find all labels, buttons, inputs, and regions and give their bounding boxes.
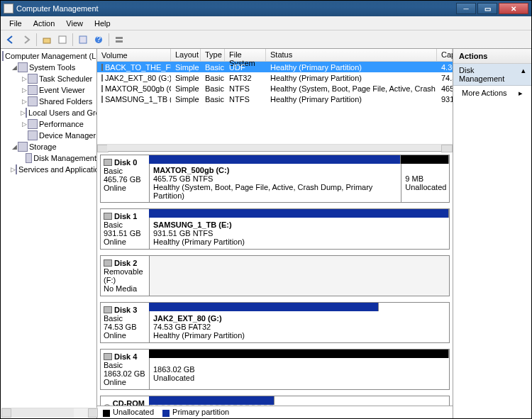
forward-button[interactable] bbox=[19, 33, 33, 47]
back-button[interactable] bbox=[4, 33, 18, 47]
volume-row[interactable]: MAXTOR_500gb (C:)SimpleBasicNTFSHealthy … bbox=[97, 83, 453, 94]
col-status[interactable]: Status bbox=[266, 49, 437, 61]
actions-group-diskmgmt[interactable]: Disk Management▴ bbox=[453, 64, 531, 86]
tree-performance[interactable]: ▷Performance bbox=[1, 118, 96, 130]
menu-file[interactable]: File bbox=[4, 18, 28, 29]
partition[interactable]: JAK2_EXT_80 (G:)74.53 GB FAT32Healthy (P… bbox=[149, 311, 379, 342]
tree-root[interactable]: Computer Management (Local bbox=[1, 50, 96, 62]
menu-action[interactable]: Action bbox=[28, 18, 61, 29]
svg-text:?: ? bbox=[96, 35, 101, 43]
properties-button[interactable] bbox=[55, 33, 70, 47]
col-capacity[interactable]: Cap bbox=[437, 49, 453, 61]
volume-hscroll[interactable] bbox=[97, 144, 453, 151]
toolbar: ? bbox=[1, 30, 531, 49]
disk-info: Disk 4 Basic 1863.02 GB Online bbox=[101, 350, 149, 389]
tree-device-manager[interactable]: Device Manager bbox=[1, 130, 96, 141]
disk-row[interactable]: Disk 3 Basic 74.53 GB Online JAK2_EXT_80… bbox=[100, 302, 450, 343]
partition[interactable]: MAXTOR_500gb (C:)465.75 GB NTFSHealthy (… bbox=[149, 164, 401, 202]
maximize-button[interactable]: ▭ bbox=[477, 3, 497, 14]
main-panel: Volume Layout Type File System Status Ca… bbox=[97, 49, 453, 418]
tree-disk-management[interactable]: Disk Management bbox=[1, 152, 96, 164]
volume-row[interactable]: SAMSUNG_1_TB (E:)SimpleBasicNTFSHealthy … bbox=[97, 94, 453, 104]
col-volume[interactable]: Volume bbox=[97, 49, 171, 61]
volume-row[interactable]: BACK_TO_THE_FUT (D:)SimpleBasicUDFHealth… bbox=[97, 62, 453, 72]
disk-info: CD-ROM 0 DVD 4.36 GB Online bbox=[101, 396, 149, 406]
disk-info: Disk 0 Basic 465.76 GB Online bbox=[101, 155, 149, 202]
minimize-button[interactable]: ─ bbox=[456, 3, 476, 14]
disk-info: Disk 1 Basic 931.51 GB Online bbox=[101, 209, 149, 249]
svg-rect-2 bbox=[79, 36, 87, 43]
tree-system-tools[interactable]: ◢System Tools bbox=[1, 62, 96, 73]
app-icon bbox=[4, 4, 13, 13]
actions-pane: Actions Disk Management▴ More Actions▸ bbox=[453, 49, 531, 418]
disk-graphical-view[interactable]: Disk 0 Basic 465.76 GB Online MAXTOR_500… bbox=[97, 152, 453, 406]
tree-hscroll[interactable] bbox=[1, 408, 98, 418]
svg-rect-6 bbox=[116, 40, 123, 43]
actions-more[interactable]: More Actions▸ bbox=[453, 86, 531, 101]
disk-row[interactable]: Disk 4 Basic 1863.02 GB Online 1863.02 G… bbox=[100, 349, 450, 390]
tree-event-viewer[interactable]: ▷Event Viewer bbox=[1, 84, 96, 96]
close-button[interactable]: ✕ bbox=[499, 3, 528, 14]
volume-row[interactable]: JAK2_EXT_80 (G:)SimpleBasicFAT32Healthy … bbox=[97, 72, 453, 83]
tree-task-scheduler[interactable]: ▷Task Scheduler bbox=[1, 73, 96, 84]
svg-rect-0 bbox=[43, 38, 50, 43]
disk-row[interactable]: Disk 2 Removable (F:) No Media bbox=[100, 255, 450, 296]
tree-shared-folders[interactable]: ▷Shared Folders bbox=[1, 96, 96, 107]
nav-tree[interactable]: Computer Management (Local ◢System Tools… bbox=[1, 49, 97, 418]
menu-view[interactable]: View bbox=[60, 18, 89, 29]
col-filesystem[interactable]: File System bbox=[225, 49, 266, 61]
up-button[interactable] bbox=[40, 33, 54, 47]
tree-services[interactable]: ▷Services and Applications bbox=[1, 164, 96, 175]
partition[interactable]: 9 MBUnallocated bbox=[401, 164, 449, 202]
col-layout[interactable]: Layout bbox=[171, 49, 201, 61]
partition[interactable]: 1863.02 GBUnallocated bbox=[149, 358, 449, 389]
partition[interactable]: SAMSUNG_1_TB (E:)931.51 GB NTFSHealthy (… bbox=[149, 218, 449, 249]
legend-unallocated: Unallocated bbox=[113, 408, 154, 416]
disk-info: Disk 3 Basic 74.53 GB Online bbox=[101, 303, 149, 342]
titlebar: Computer Management ─ ▭ ✕ bbox=[1, 1, 531, 16]
tree-storage[interactable]: ◢Storage bbox=[1, 141, 96, 152]
disk-row[interactable]: Disk 0 Basic 465.76 GB Online MAXTOR_500… bbox=[100, 155, 450, 203]
disk-row[interactable]: Disk 1 Basic 931.51 GB Online SAMSUNG_1_… bbox=[100, 208, 450, 250]
refresh-button[interactable] bbox=[76, 33, 90, 47]
col-type[interactable]: Type bbox=[201, 49, 225, 61]
disk-row[interactable]: CD-ROM 0 DVD 4.36 GB Online BACK_TO_THE_… bbox=[100, 396, 450, 406]
tree-local-users[interactable]: ▷Local Users and Groups bbox=[1, 107, 96, 118]
window-title: Computer Management bbox=[16, 4, 456, 13]
volume-header[interactable]: Volume Layout Type File System Status Ca… bbox=[97, 49, 453, 62]
volume-list[interactable]: Volume Layout Type File System Status Ca… bbox=[97, 49, 453, 152]
help-button[interactable]: ? bbox=[92, 33, 106, 47]
svg-rect-5 bbox=[116, 37, 123, 39]
menu-help[interactable]: Help bbox=[89, 18, 116, 29]
menubar: File Action View Help bbox=[1, 16, 531, 30]
actions-title: Actions bbox=[453, 49, 531, 64]
legend: Unallocated Primary partition bbox=[97, 406, 453, 418]
disk-info: Disk 2 Removable (F:) No Media bbox=[101, 256, 149, 296]
svg-rect-1 bbox=[59, 36, 66, 43]
view-list-button[interactable] bbox=[112, 33, 126, 47]
legend-primary: Primary partition bbox=[172, 408, 229, 416]
